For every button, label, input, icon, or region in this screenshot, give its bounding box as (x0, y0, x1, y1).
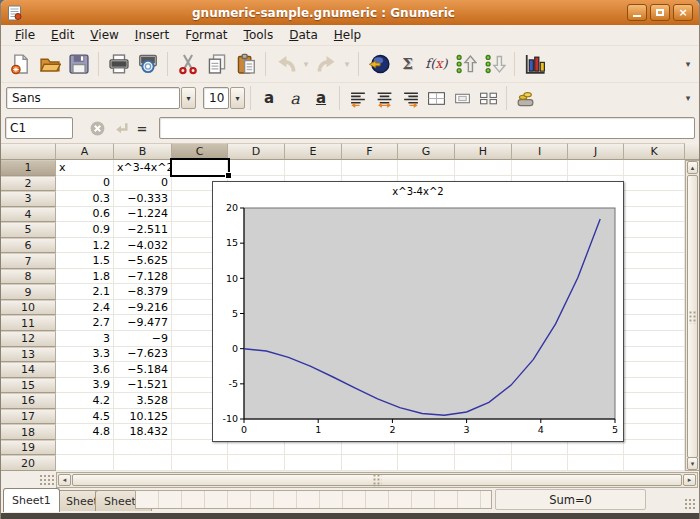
cell-A8[interactable]: 1.8 (56, 269, 114, 285)
underline-button[interactable]: a (309, 86, 333, 110)
cell-K16[interactable] (624, 393, 685, 409)
horizontal-scrollbar-thumb[interactable] (72, 474, 682, 486)
cell-A20[interactable] (56, 455, 114, 471)
cell-B19[interactable] (114, 440, 172, 456)
column-header-K[interactable]: K (624, 143, 685, 160)
font-size-dropdown[interactable]: ▾ (230, 87, 245, 109)
sort-descending-button[interactable] (481, 50, 508, 78)
cell-K12[interactable] (624, 331, 685, 347)
merge-cells-button[interactable] (424, 86, 448, 110)
cell-D19[interactable] (228, 440, 285, 456)
cell-A2[interactable]: 0 (56, 176, 114, 192)
paste-button[interactable] (232, 50, 259, 78)
column-header-D[interactable]: D (228, 143, 285, 160)
bold-button[interactable]: a (257, 86, 281, 110)
cell-B9[interactable]: −8.379 (114, 284, 172, 300)
cell-B1[interactable]: x^3-4x^2 (114, 160, 172, 176)
cell-B13[interactable]: −7.623 (114, 347, 172, 363)
cell-B11[interactable]: −9.477 (114, 315, 172, 331)
cell-B10[interactable]: −9.216 (114, 300, 172, 316)
redo-dropdown[interactable]: ▾ (341, 59, 353, 69)
cell-B18[interactable]: 18.432 (114, 424, 172, 440)
cell-K10[interactable] (624, 300, 685, 316)
cell-H1[interactable] (455, 160, 512, 176)
column-header-I[interactable]: I (512, 143, 568, 160)
cell-K9[interactable] (624, 284, 685, 300)
cell-A17[interactable]: 4.5 (56, 409, 114, 425)
toolbar-overflow-button[interactable]: ▾ (682, 59, 694, 69)
minimize-button[interactable] (627, 4, 647, 21)
maximize-button[interactable] (650, 4, 670, 21)
align-right-button[interactable] (398, 86, 422, 110)
font-name-dropdown[interactable]: ▾ (181, 87, 196, 109)
cell-D20[interactable] (228, 455, 285, 471)
cell-K20[interactable] (624, 455, 685, 471)
cell-B2[interactable]: 0 (114, 176, 172, 192)
row-header-14[interactable]: 14 (1, 362, 56, 378)
row-header-12[interactable]: 12 (1, 331, 56, 347)
vertical-scrollbar[interactable]: ▴ ▾ (685, 160, 700, 471)
vertical-scrollbar-thumb[interactable] (687, 175, 698, 458)
row-header-7[interactable]: 7 (1, 253, 56, 269)
cell-G1[interactable] (398, 160, 455, 176)
redo-button[interactable] (313, 50, 340, 78)
format-money-button[interactable] (513, 86, 537, 110)
cell-B6[interactable]: −4.032 (114, 238, 172, 254)
menu-help[interactable]: Help (326, 26, 369, 44)
menu-file[interactable]: File (7, 26, 43, 44)
column-header-G[interactable]: G (398, 143, 455, 160)
cell-J1[interactable] (568, 160, 624, 176)
row-header-18[interactable]: 18 (1, 424, 56, 440)
cell-A18[interactable]: 4.8 (56, 424, 114, 440)
cell-A4[interactable]: 0.6 (56, 207, 114, 223)
cell-A7[interactable]: 1.5 (56, 253, 114, 269)
enter-button[interactable] (109, 116, 133, 140)
cell-K15[interactable] (624, 378, 685, 394)
scroll-up-button[interactable]: ▴ (687, 161, 698, 174)
menu-data[interactable]: Data (281, 26, 326, 44)
chart-button[interactable] (521, 50, 548, 78)
cell-F20[interactable] (342, 455, 398, 471)
row-header-1[interactable]: 1 (1, 160, 56, 176)
row-header-13[interactable]: 13 (1, 347, 56, 363)
row-header-10[interactable]: 10 (1, 300, 56, 316)
cell-H19[interactable] (455, 440, 512, 456)
corner-header[interactable] (1, 143, 56, 160)
open-folder-button[interactable] (36, 50, 63, 78)
sheet-tab-sheet1[interactable]: Sheet1 (3, 488, 60, 512)
cell-K19[interactable] (624, 440, 685, 456)
equals-button[interactable]: = (133, 116, 151, 140)
cell-B7[interactable]: −5.625 (114, 253, 172, 269)
cell-C19[interactable] (172, 440, 228, 456)
cell-B12[interactable]: −9 (114, 331, 172, 347)
cell-K8[interactable] (624, 269, 685, 285)
cell-K4[interactable] (624, 207, 685, 223)
cell-K18[interactable] (624, 424, 685, 440)
row-header-6[interactable]: 6 (1, 238, 56, 254)
title-bar[interactable]: gnumeric-sample.gnumeric : Gnumeric × (1, 0, 699, 25)
function-button[interactable]: f(x) (423, 50, 450, 78)
cell-J20[interactable] (568, 455, 624, 471)
undo-button[interactable] (272, 50, 299, 78)
cell-A13[interactable]: 3.3 (56, 347, 114, 363)
cell-A14[interactable]: 3.6 (56, 362, 114, 378)
horizontal-scrollbar[interactable]: ◂ ▸ (56, 472, 698, 488)
column-header-B[interactable]: B (114, 143, 172, 160)
print-preview-button[interactable] (134, 50, 161, 78)
print-button[interactable] (105, 50, 132, 78)
cell-A19[interactable] (56, 440, 114, 456)
row-header-20[interactable]: 20 (1, 455, 56, 471)
row-header-16[interactable]: 16 (1, 393, 56, 409)
row-header-11[interactable]: 11 (1, 315, 56, 331)
cell-A10[interactable]: 2.4 (56, 300, 114, 316)
cell-E20[interactable] (285, 455, 342, 471)
select-all-corner[interactable] (685, 143, 700, 160)
cell-K7[interactable] (624, 253, 685, 269)
cell-K3[interactable] (624, 191, 685, 207)
row-header-5[interactable]: 5 (1, 222, 56, 238)
cell-D1[interactable] (228, 160, 285, 176)
align-left-button[interactable] (346, 86, 370, 110)
menu-view[interactable]: View (82, 26, 126, 44)
cell-G19[interactable] (398, 440, 455, 456)
cut-button[interactable] (174, 50, 201, 78)
